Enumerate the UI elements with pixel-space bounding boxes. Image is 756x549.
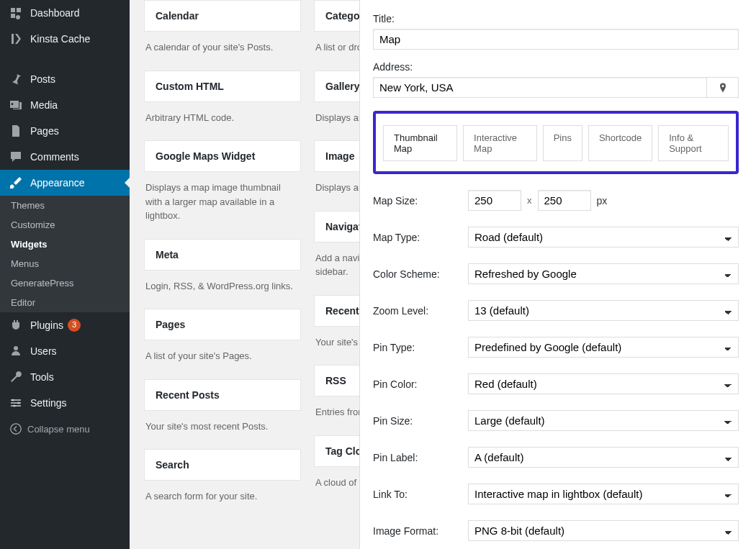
pages-icon — [9, 124, 23, 138]
widget-title: Google Maps Widget — [156, 150, 255, 162]
locate-button[interactable] — [707, 77, 739, 98]
svg-point-2 — [14, 405, 16, 407]
sidebar-item-label: Posts — [30, 73, 55, 85]
widget-desc: A list of your site's Pages. — [145, 349, 300, 363]
subitem-menus[interactable]: Menus — [0, 254, 130, 273]
tools-icon — [9, 370, 23, 384]
map-height-input[interactable] — [538, 190, 591, 211]
pin-label-select[interactable]: A (default) — [468, 447, 739, 468]
color-scheme-label: Color Scheme: — [373, 268, 468, 280]
sidebar-item-comments[interactable]: Comments — [0, 144, 130, 170]
widget-custom-html[interactable]: Custom HTML — [144, 71, 301, 102]
pin-color-label: Pin Color: — [373, 378, 468, 390]
widget-column-1: Calendar A calendar of your site's Posts… — [144, 0, 301, 519]
appearance-submenu: Themes Customize Widgets Menus GenerateP… — [0, 196, 130, 312]
widget-title: Pages — [156, 319, 185, 330]
sidebar-item-label: Dashboard — [30, 7, 80, 19]
subitem-editor[interactable]: Editor — [0, 293, 130, 312]
widget-meta[interactable]: Meta — [144, 239, 301, 271]
widget-desc: Your site's most recent Posts. — [145, 419, 300, 434]
widget-title: Calendar — [156, 10, 199, 22]
pin-color-select[interactable]: Red (default) — [468, 373, 739, 394]
address-label: Address: — [373, 61, 739, 73]
widget-desc: Displays a map image thumbnail with a la… — [145, 181, 300, 223]
link-to-select[interactable]: Interactive map in lightbox (default) — [468, 484, 739, 504]
map-width-input[interactable] — [468, 190, 521, 211]
pin-size-select[interactable]: Large (default) — [468, 410, 739, 431]
svg-point-0 — [12, 399, 14, 401]
media-icon — [9, 98, 23, 112]
subitem-generatepress[interactable]: GeneratePress — [0, 273, 130, 293]
zoom-level-label: Zoom Level: — [373, 305, 468, 317]
settings-icon — [9, 396, 23, 410]
sidebar-item-media[interactable]: Media — [0, 92, 130, 118]
address-input[interactable] — [373, 77, 707, 98]
widget-title: RSS — [325, 375, 346, 386]
comments-icon — [9, 150, 23, 164]
sidebar-item-kinsta[interactable]: Kinsta Cache — [0, 26, 130, 52]
collapse-label: Collapse menu — [27, 424, 90, 435]
location-icon — [717, 82, 729, 94]
sidebar-item-label: Settings — [30, 397, 67, 409]
sidebar-item-users[interactable]: Users — [0, 338, 130, 364]
sidebar-item-appearance[interactable]: Appearance — [0, 170, 130, 196]
sidebar-item-posts[interactable]: Posts — [0, 66, 130, 92]
pin-size-label: Pin Size: — [373, 415, 468, 427]
sidebar-item-tools[interactable]: Tools — [0, 364, 130, 390]
sidebar-item-label: Comments — [30, 151, 79, 163]
pin-type-select[interactable]: Predefined by Google (default) — [468, 337, 739, 358]
dashboard-icon — [9, 6, 23, 20]
collapse-icon — [9, 422, 23, 436]
image-format-select[interactable]: PNG 8-bit (default) — [468, 520, 739, 541]
widget-pages[interactable]: Pages — [144, 309, 301, 340]
sidebar-item-label: Media — [30, 99, 58, 111]
brush-icon — [9, 176, 23, 190]
color-scheme-select[interactable]: Refreshed by Google — [468, 263, 739, 284]
widget-title: Custom HTML — [156, 81, 224, 92]
collapse-menu[interactable]: Collapse menu — [0, 416, 130, 442]
svg-point-1 — [18, 402, 20, 404]
tab-pins[interactable]: Pins — [543, 125, 582, 161]
subitem-customize[interactable]: Customize — [0, 215, 130, 235]
sidebar-item-label: Appearance — [30, 177, 85, 189]
plugins-badge: 3 — [68, 319, 81, 331]
subitem-widgets[interactable]: Widgets — [0, 235, 130, 254]
image-format-label: Image Format: — [373, 525, 468, 537]
subitem-themes[interactable]: Themes — [0, 196, 130, 215]
widget-desc: A calendar of your site's Posts. — [145, 40, 300, 55]
map-type-select[interactable]: Road (default) — [468, 227, 739, 248]
widget-title: Search — [156, 459, 189, 471]
map-size-label: Map Size: — [373, 195, 468, 207]
plugin-icon — [9, 318, 23, 332]
sidebar-item-dashboard[interactable]: Dashboard — [0, 0, 130, 26]
widget-calendar[interactable]: Calendar — [144, 0, 301, 32]
sidebar-item-settings[interactable]: Settings — [0, 390, 130, 416]
admin-sidebar: Dashboard Kinsta Cache Posts Media Pages… — [0, 0, 130, 549]
sidebar-item-pages[interactable]: Pages — [0, 118, 130, 144]
widget-recent-posts[interactable]: Recent Posts — [144, 379, 301, 411]
sidebar-item-plugins[interactable]: Plugins 3 — [0, 312, 130, 338]
tab-info-support[interactable]: Info & Support — [658, 125, 729, 161]
widget-desc: A search form for your site. — [145, 489, 300, 504]
widget-settings-panel: Title: Address: Thumbnail Map Interactiv… — [359, 0, 756, 549]
pin-type-label: Pin Type: — [373, 342, 468, 353]
sidebar-item-label: Users — [30, 345, 57, 357]
settings-tabs: Thumbnail Map Interactive Map Pins Short… — [373, 111, 739, 174]
title-input[interactable] — [373, 29, 739, 50]
tab-shortcode[interactable]: Shortcode — [588, 125, 652, 161]
widget-title: Image — [325, 150, 354, 162]
tab-interactive-map[interactable]: Interactive Map — [463, 125, 537, 161]
dimension-x: x — [527, 195, 532, 206]
dimension-unit: px — [597, 195, 608, 207]
widget-google-maps[interactable]: Google Maps Widget — [144, 140, 301, 172]
widget-title: Recent Posts — [156, 389, 220, 401]
widget-title: Gallery — [325, 81, 359, 92]
widget-title: Meta — [156, 249, 179, 260]
svg-point-3 — [11, 424, 21, 434]
users-icon — [9, 344, 23, 358]
zoom-level-select[interactable]: 13 (default) — [468, 300, 739, 321]
sidebar-item-label: Kinsta Cache — [30, 33, 90, 45]
widget-search[interactable]: Search — [144, 449, 301, 481]
tab-thumbnail-map[interactable]: Thumbnail Map — [383, 125, 457, 161]
map-type-label: Map Type: — [373, 232, 468, 243]
